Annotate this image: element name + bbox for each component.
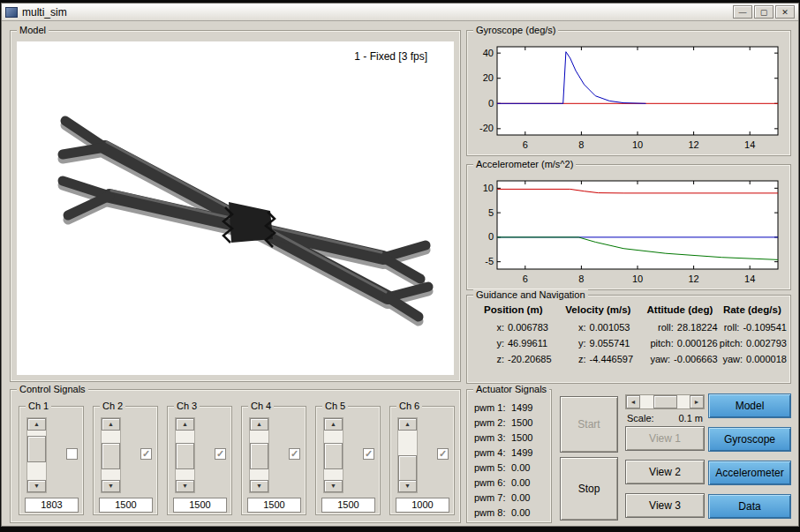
- scale-readout: Scale: 0.1 m: [627, 413, 703, 423]
- ch3-slider-down-icon[interactable]: ▼: [176, 480, 194, 492]
- ch1-slider-up-icon[interactable]: ▲: [27, 418, 46, 431]
- pwm-value: 1499: [511, 401, 532, 416]
- accelerometer-plot: 68101214-50510: [471, 176, 787, 285]
- ch1-slider-down-icon[interactable]: ▼: [27, 480, 46, 492]
- ch2-checkbox[interactable]: ✓: [140, 448, 152, 460]
- model-button[interactable]: Model: [708, 393, 791, 418]
- model-status-text: 1 - Fixed [3 fps]: [354, 50, 427, 63]
- row-label: x:: [555, 322, 586, 333]
- ch4-checkbox[interactable]: ✓: [289, 448, 300, 460]
- pwm-label: pwm 1:: [474, 401, 511, 416]
- ch2-slider[interactable]: ▲ ▼: [101, 417, 121, 493]
- row-label: roll:: [642, 322, 674, 333]
- row-label: pitch:: [642, 338, 674, 348]
- ch6-slider-down-icon[interactable]: ▼: [398, 480, 417, 492]
- ch2-slider-down-icon[interactable]: ▼: [102, 480, 120, 492]
- gyroscope-panel: Gyroscope (deg/s) 68101214-2002040: [466, 30, 791, 156]
- ch3-checkbox[interactable]: ✓: [215, 448, 226, 460]
- ch4-slider-thumb[interactable]: [250, 443, 268, 469]
- ch6-slider[interactable]: ▲ ▼: [397, 417, 418, 493]
- channel-1-label: Ch 1: [26, 401, 51, 412]
- scroll-left-icon[interactable]: ◄: [626, 395, 640, 408]
- ch3-slider-up-icon[interactable]: ▲: [176, 418, 194, 431]
- column-header: Position (m): [472, 304, 555, 315]
- view3-button[interactable]: View 3: [625, 493, 705, 518]
- row-value: 9.055741: [590, 338, 630, 348]
- ch4-slider-up-icon[interactable]: ▲: [250, 418, 268, 431]
- scroll-right-icon[interactable]: ►: [690, 395, 704, 408]
- actuator-signals-title: Actuator Signals: [473, 384, 549, 395]
- ch6-slider-up-icon[interactable]: ▲: [398, 418, 417, 431]
- maximize-button[interactable]: ▢: [754, 5, 774, 19]
- channel-6-group: Ch 6 ▲ ▼ ✓ 1000: [389, 406, 455, 515]
- ch1-value-field[interactable]: 1803: [25, 498, 79, 513]
- view2-button[interactable]: View 2: [625, 460, 705, 484]
- pwm-label: pwm 8:: [474, 506, 511, 521]
- channel-3-label: Ch 3: [174, 401, 200, 412]
- ch1-checkbox[interactable]: [66, 448, 78, 460]
- scale-scrollbar-thumb[interactable]: [653, 395, 677, 408]
- stop-button[interactable]: Stop: [560, 457, 618, 521]
- data-button[interactable]: Data: [708, 494, 791, 519]
- guidance-row: y:9.055741: [555, 338, 643, 348]
- start-button[interactable]: Start: [560, 396, 618, 453]
- ch2-slider-thumb[interactable]: [102, 443, 120, 469]
- pwm-value: 1500: [511, 431, 532, 446]
- center-plate: [229, 202, 273, 243]
- row-value: 46.99611: [508, 338, 547, 348]
- ch5-slider-thumb[interactable]: [324, 443, 343, 469]
- guidance-col-velocity: Velocity (m/s) x:0.001053 y:9.055741 z:-…: [555, 304, 643, 379]
- accelerometer-panel-title: Accelerometer (m/s^2): [473, 159, 576, 170]
- guidance-row: y:46.99611: [472, 338, 555, 348]
- ch1-slider[interactable]: ▲ ▼: [26, 417, 47, 493]
- svg-text:40: 40: [483, 48, 494, 58]
- svg-text:12: 12: [688, 139, 698, 150]
- column-header: Attitude (deg): [642, 304, 717, 315]
- pwm-label: pwm 2:: [474, 416, 511, 431]
- model-3d-view[interactable]: 1 - Fixed [3 fps]: [17, 41, 454, 375]
- ch1-slider-thumb[interactable]: [27, 436, 46, 462]
- ch6-checkbox[interactable]: ✓: [437, 448, 449, 460]
- scale-label: Scale:: [627, 413, 654, 423]
- ch3-slider-thumb[interactable]: [176, 443, 194, 469]
- ch4-slider[interactable]: ▲ ▼: [249, 417, 269, 493]
- ch2-slider-up-icon[interactable]: ▲: [102, 418, 120, 431]
- pwm-value: 1500: [511, 416, 532, 431]
- ch5-slider-up-icon[interactable]: ▲: [324, 418, 343, 431]
- guidance-row: pitch:0.000126: [642, 338, 717, 348]
- titlebar[interactable]: multi_sim — ▢ ✕: [2, 4, 798, 21]
- accelerometer-button[interactable]: Accelerometer: [708, 461, 791, 485]
- pwm-row: pwm 2:1500: [474, 416, 549, 431]
- ch5-value-field[interactable]: 1500: [321, 498, 375, 513]
- ch6-slider-thumb[interactable]: [398, 455, 417, 482]
- svg-text:14: 14: [744, 273, 755, 284]
- minimize-button[interactable]: —: [733, 5, 752, 19]
- row-value: 0.002793: [746, 338, 787, 348]
- app-window: multi_sim — ▢ ✕ Model: [1, 3, 799, 527]
- view1-button[interactable]: View 1: [625, 426, 705, 451]
- channel-4-group: Ch 4 ▲ ▼ ✓ 1500: [241, 406, 306, 515]
- ch5-slider[interactable]: ▲ ▼: [323, 417, 343, 493]
- pwm-row: pwm 3:1500: [474, 431, 549, 446]
- guidance-col-position: Position (m) x:0.006783 y:46.99611 z:-20…: [472, 304, 555, 379]
- guidance-panel-title: Guidance and Navigation: [473, 289, 588, 301]
- ch4-value-field[interactable]: 1500: [247, 498, 301, 513]
- svg-text:6: 6: [523, 273, 528, 284]
- ch3-slider[interactable]: ▲ ▼: [175, 417, 195, 493]
- ch3-value-field[interactable]: 1500: [173, 498, 227, 513]
- ch5-checkbox[interactable]: ✓: [363, 448, 374, 460]
- gyroscope-button[interactable]: Gyroscope: [708, 427, 791, 452]
- ch2-value-field[interactable]: 1500: [99, 498, 153, 513]
- svg-text:10: 10: [632, 273, 643, 284]
- row-label: roll:: [718, 322, 740, 333]
- ch5-slider-down-icon[interactable]: ▼: [324, 480, 343, 492]
- row-value: 28.18224: [677, 322, 718, 333]
- pwm-label: pwm 7:: [474, 491, 511, 506]
- ch6-value-field[interactable]: 1000: [396, 498, 449, 513]
- window-controls: — ▢ ✕: [733, 5, 795, 19]
- client-area: Model: [2, 22, 798, 526]
- ch4-slider-down-icon[interactable]: ▼: [250, 480, 268, 492]
- pwm-row: pwm 1:1499: [474, 401, 549, 416]
- scale-scrollbar[interactable]: ◄ ►: [625, 394, 705, 409]
- close-button[interactable]: ✕: [775, 5, 795, 19]
